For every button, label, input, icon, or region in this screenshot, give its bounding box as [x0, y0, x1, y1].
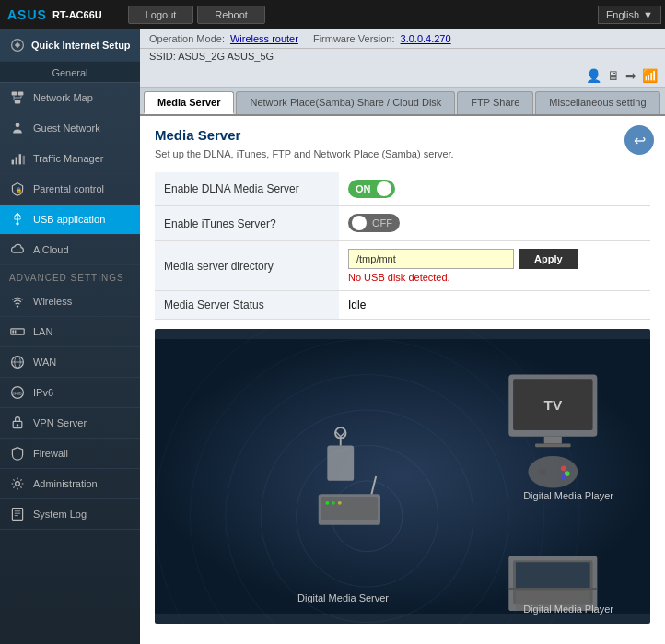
guest-network-icon — [9, 120, 26, 136]
page-description: Set up the DLNA, iTunes, FTP and Network… — [155, 148, 650, 159]
back-button[interactable]: ↩ — [624, 125, 654, 155]
sidebar-item-lan[interactable]: LAN — [0, 317, 140, 347]
svg-rect-11 — [23, 156, 25, 165]
top-nav-buttons: Logout Reboot — [128, 6, 265, 24]
model-name: RT-AC66U — [52, 9, 102, 20]
reboot-button[interactable]: Reboot — [197, 6, 264, 24]
dlna-toggle[interactable]: ON — [348, 180, 395, 198]
svg-rect-1 — [12, 92, 18, 96]
sidebar-item-administration[interactable]: Administration — [0, 469, 140, 499]
sidebar-item-quick-internet-setup[interactable]: Quick Internet Setup — [0, 29, 140, 62]
itunes-toggle[interactable]: OFF — [348, 214, 400, 232]
aicloud-icon — [9, 241, 26, 258]
sidebar-item-network-map[interactable]: Network Map — [0, 83, 140, 113]
media-dir-input[interactable] — [348, 249, 514, 269]
system-log-label: System Log — [33, 509, 87, 520]
player1-label: Digital Media Player — [523, 490, 613, 501]
tab-ftp-share[interactable]: FTP Share — [457, 91, 533, 114]
page-content: ↩ Media Server Set up the DLNA, iTunes, … — [140, 116, 665, 644]
tab-media-server[interactable]: Media Server — [144, 91, 234, 114]
ssid-value: ASUS_2G ASUS_5G — [178, 51, 274, 62]
sidebar-item-usb-application[interactable]: USB application — [0, 205, 140, 235]
general-section-header: General — [0, 62, 140, 83]
dir-input-row: Apply — [348, 249, 641, 269]
lan-label: LAN — [33, 326, 52, 337]
sidebar-item-system-log[interactable]: System Log — [0, 499, 140, 530]
chevron-down-icon: ▼ — [643, 9, 653, 20]
traffic-manager-label: Traffic Manager — [33, 153, 103, 164]
sidebar-item-wan[interactable]: WAN — [0, 347, 140, 378]
administration-label: Administration — [33, 478, 98, 489]
svg-text:IPv6: IPv6 — [13, 392, 22, 396]
settings-table: Enable DLNA Media Server ON Enable iTune… — [155, 172, 650, 320]
toggle-knob-off — [352, 216, 367, 230]
tab-misc-setting[interactable]: Miscellaneous setting — [535, 91, 659, 114]
svg-rect-51 — [535, 443, 570, 447]
sidebar-item-aicloud[interactable]: AiCloud — [0, 235, 140, 265]
vpn-server-label: VPN Server — [33, 417, 87, 428]
content-area: Operation Mode: Wireless router Firmware… — [140, 29, 665, 644]
computer-icon[interactable]: 🖥 — [607, 68, 620, 83]
sidebar-item-wireless[interactable]: Wireless — [0, 287, 140, 317]
error-text: No USB disk detected. — [348, 272, 641, 283]
wireless-icon — [9, 293, 26, 310]
table-row: Enable iTunes Server? OFF — [155, 206, 650, 241]
svg-point-14 — [17, 305, 18, 307]
top-icons-row: 👤 🖥 ➡ 📶 — [140, 64, 665, 88]
svg-point-25 — [16, 482, 20, 486]
svg-point-54 — [561, 465, 566, 471]
guest-network-label: Guest Network — [33, 123, 100, 134]
svg-point-7 — [16, 123, 20, 127]
operation-mode-value: Wireless router — [230, 33, 298, 44]
topbar: ASUS RT-AC66U Logout Reboot English ▼ — [0, 0, 665, 29]
parental-control-icon: 🔒 — [9, 181, 26, 197]
svg-point-56 — [561, 474, 566, 480]
sidebar: Quick Internet Setup General Network Map… — [0, 29, 140, 644]
itunes-toggle-cell: OFF — [339, 206, 650, 241]
svg-rect-60 — [516, 562, 590, 589]
vpn-server-icon — [9, 415, 26, 431]
svg-rect-50 — [544, 437, 562, 444]
table-row: Media server directory Apply No USB disk… — [155, 241, 650, 291]
toggle-knob — [377, 181, 391, 196]
arrow-right-icon[interactable]: ➡ — [625, 68, 636, 83]
media-dir-cell: Apply No USB disk detected. — [339, 241, 650, 291]
operation-mode-label: Operation Mode: — [149, 33, 225, 44]
svg-rect-37 — [327, 445, 354, 480]
ssid-bar: SSID: ASUS_2G ASUS_5G — [140, 49, 665, 64]
sidebar-item-parental-control[interactable]: 🔒 Parental control — [0, 174, 140, 205]
sidebar-item-guest-network[interactable]: Guest Network — [0, 113, 140, 144]
sidebar-item-ipv6[interactable]: IPv6 IPv6 — [0, 378, 140, 408]
aicloud-label: AiCloud — [33, 244, 69, 255]
sidebar-item-traffic-manager[interactable]: Traffic Manager — [0, 144, 140, 174]
svg-point-24 — [17, 424, 18, 426]
server-label: Digital Media Server — [298, 592, 389, 603]
language-selector[interactable]: English ▼ — [598, 6, 661, 24]
svg-point-52 — [528, 456, 578, 488]
system-log-icon — [9, 506, 26, 522]
wireless-label: Wireless — [33, 296, 72, 307]
itunes-toggle-label: OFF — [368, 217, 396, 228]
dlna-toggle-cell: ON — [339, 172, 650, 206]
sidebar-item-firewall[interactable]: Firewall — [0, 439, 140, 469]
user-icon[interactable]: 👤 — [586, 68, 601, 83]
signal-icon[interactable]: 📶 — [642, 68, 658, 83]
sidebar-item-vpn-server[interactable]: VPN Server — [0, 408, 140, 439]
network-map-icon — [9, 89, 26, 106]
svg-rect-9 — [16, 157, 18, 164]
quick-setup-icon — [9, 37, 26, 53]
svg-text:TV: TV — [544, 397, 563, 413]
firmware-value: 3.0.0.4.270 — [401, 33, 451, 44]
apply-button[interactable]: Apply — [519, 249, 578, 269]
dlna-toggle-label: ON — [352, 183, 375, 194]
logout-button[interactable]: Logout — [128, 6, 194, 24]
usb-application-label: USB application — [33, 214, 105, 225]
tab-network-place[interactable]: Network Place(Samba) Share / Cloud Disk — [236, 91, 455, 114]
ipv6-icon: IPv6 — [9, 384, 26, 401]
svg-point-44 — [325, 501, 329, 505]
wan-label: WAN — [33, 357, 56, 368]
tabs: Media Server Network Place(Samba) Share … — [140, 88, 665, 116]
ipv6-label: IPv6 — [33, 387, 53, 398]
firewall-icon — [9, 445, 26, 462]
parental-control-label: Parental control — [33, 183, 104, 194]
